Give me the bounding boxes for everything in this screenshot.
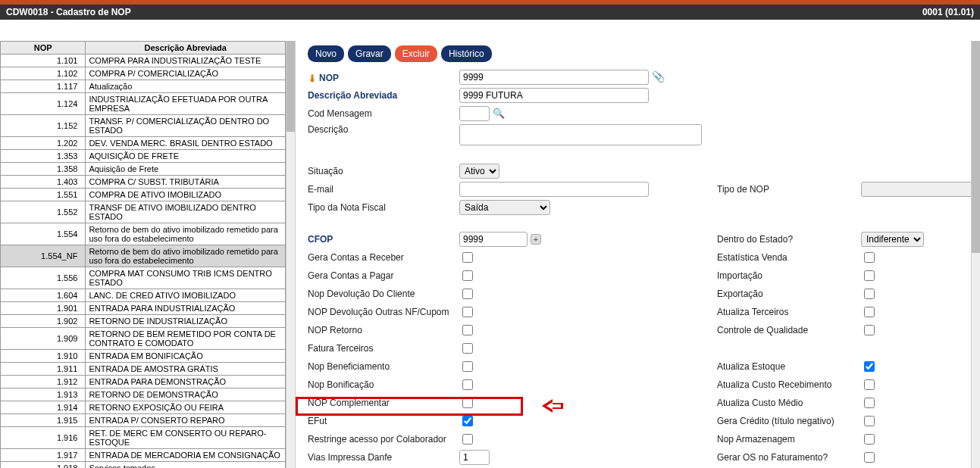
email-input[interactable] xyxy=(459,182,649,197)
gerar-os-chk[interactable] xyxy=(864,452,875,463)
table-row[interactable]: 1.124INDUSTRIALIZAÇÃO EFETUADA POR OUTRA… xyxy=(1,93,286,115)
lbl-cfop: CFOP xyxy=(308,234,459,245)
col-desc[interactable]: Descrição Abreviada xyxy=(86,42,286,55)
table-row[interactable]: 1.202DEV. VENDA MERC. BRASIL DENTRO ESTA… xyxy=(1,137,286,150)
cell-code: 1.101 xyxy=(1,55,86,67)
table-row[interactable]: 1.101COMPRA PARA INDUSTRIALIZAÇÃO TESTE xyxy=(1,55,286,67)
cell-desc: COMPRA PARA INDUSTRIALIZAÇÃO TESTE xyxy=(86,55,286,67)
cell-code: 1.124 xyxy=(1,93,86,115)
lbl-estat: Estatística Venda xyxy=(717,252,861,263)
at-creceb-chk[interactable] xyxy=(864,379,875,390)
right-scrollbar[interactable] xyxy=(971,41,980,468)
dev-cli-chk[interactable] xyxy=(462,289,473,299)
gera-cp-chk[interactable] xyxy=(462,270,473,281)
table-row[interactable]: 1.915ENTRADA P/ CONSERTO REPARO xyxy=(1,414,286,427)
table-row[interactable]: 1.918Servicos tomados xyxy=(1,462,286,469)
table-row[interactable]: 1.913RETORNO DE DEMONSTRAÇÃO xyxy=(1,388,286,401)
cell-code: 1.152 xyxy=(1,115,86,137)
import-chk[interactable] xyxy=(864,270,875,281)
table-row[interactable]: 1.551COMPRA DE ATIVO IMOBILIZADO xyxy=(1,189,286,201)
lbl-restr: Restringe acesso por Colaborador xyxy=(308,434,459,445)
table-row[interactable]: 1.152TRANSF. P/ COMERCIALIZAÇÃO DENTRO D… xyxy=(1,115,286,137)
situacao-select[interactable]: Ativo xyxy=(459,164,499,179)
dentro-select[interactable]: Indiferente xyxy=(861,232,924,247)
restr-chk[interactable] xyxy=(462,434,473,445)
at-terc-chk[interactable] xyxy=(864,307,875,317)
table-row[interactable]: 1.353AQUISIÇÃO DE FRETE xyxy=(1,150,286,163)
retorno-chk[interactable] xyxy=(462,325,473,335)
table-row[interactable]: 1.911ENTRADA DE AMOSTRA GRÁTIS xyxy=(1,363,286,376)
benef-chk[interactable] xyxy=(462,361,473,372)
cq-chk[interactable] xyxy=(864,325,875,335)
table-row[interactable]: 1.556COMPRA MAT CONSUMO TRIB ICMS DENTRO… xyxy=(1,267,286,289)
armaz-chk[interactable] xyxy=(864,434,875,445)
cell-desc: TRANSF DE ATIVO IMOBILIZADO DENTRO ESTAD… xyxy=(86,201,286,223)
estat-chk[interactable] xyxy=(864,252,875,263)
table-row[interactable]: 1.554Retorno de bem do ativo imobilizado… xyxy=(1,223,286,245)
table-row[interactable]: 1.902RETORNO DE INDUSTRIALIZAÇÃO xyxy=(1,315,286,328)
descricao-input[interactable] xyxy=(459,124,702,145)
excluir-button[interactable]: Excluir xyxy=(395,45,437,62)
table-row[interactable]: 1.552TRANSF DE ATIVO IMOBILIZADO DENTRO … xyxy=(1,201,286,223)
table-row[interactable]: 1.910ENTRADA EM BONIFICAÇÃO xyxy=(1,350,286,363)
cell-code: 1.914 xyxy=(1,401,86,414)
table-row[interactable]: 1.917ENTRADA DE MERCADORIA EM CONSIGNAÇÃ… xyxy=(1,449,286,462)
at-est-chk[interactable] xyxy=(864,361,875,372)
table-row[interactable]: 1.604LANC. DE CRED ATIVO IMOBILIZADO xyxy=(1,289,286,302)
table-row[interactable]: 1.914RETORNO EXPOSIÇÃO OU FEIRA xyxy=(1,401,286,414)
gera-cr-chk[interactable] xyxy=(462,252,473,263)
lbl-codmsg: Cod Mensagem xyxy=(308,108,459,119)
cell-desc: COMPRA MAT CONSUMO TRIB ICMS DENTRO ESTA… xyxy=(86,267,286,289)
cell-code: 1.554 xyxy=(1,223,86,245)
cfop-add-button[interactable]: + xyxy=(531,234,541,245)
lbl-fat-terc: Fatura Terceiros xyxy=(308,343,459,354)
tipo-nop-select[interactable] xyxy=(861,182,980,197)
cell-code: 1.358 xyxy=(1,163,86,176)
historico-button[interactable]: Histórico xyxy=(441,45,492,62)
lbl-at-terc: Atualiza Terceiros xyxy=(717,307,861,317)
col-nop[interactable]: NOP xyxy=(1,42,86,55)
table-row[interactable]: 1.102COMPRA P/ COMERCIALIZAÇÃO xyxy=(1,67,286,80)
cell-code: 1.556 xyxy=(1,267,86,289)
descabrev-input[interactable] xyxy=(459,88,649,103)
gera-cred-chk[interactable] xyxy=(864,416,875,426)
nop-input[interactable] xyxy=(459,70,649,85)
dev-out-chk[interactable] xyxy=(462,307,473,317)
clip-icon[interactable]: 📎 xyxy=(652,70,665,83)
search-icon[interactable]: 🔍 xyxy=(493,108,505,119)
at-cmed-chk[interactable] xyxy=(864,398,875,408)
cell-desc: Retorno de bem do ativo imobilizado reme… xyxy=(86,223,286,245)
lbl-dentro: Dentro do Estado? xyxy=(717,234,861,245)
cell-desc: TRANSF. P/ COMERCIALIZAÇÃO DENTRO DO EST… xyxy=(86,115,286,137)
fat-terc-chk[interactable] xyxy=(462,343,473,354)
tipo-nf-select[interactable]: Saída xyxy=(459,200,550,215)
novo-button[interactable]: Novo xyxy=(308,45,344,62)
nop-table[interactable]: NOP Descrição Abreviada 1.101COMPRA PARA… xyxy=(0,41,286,468)
table-row[interactable]: 1.117Atualização xyxy=(1,80,286,93)
bonif-chk[interactable] xyxy=(462,379,473,390)
lbl-export: Exportação xyxy=(717,289,861,299)
table-row[interactable]: 1.912ENTRADA PARA DEMONSTRAÇÃO xyxy=(1,376,286,388)
table-row[interactable]: 1.916RET. DE MERC EM CONSERTO OU REPARO-… xyxy=(1,427,286,449)
table-row[interactable]: 1.358Aquisição de Frete xyxy=(1,163,286,176)
lbl-descricao: Descrição xyxy=(308,124,459,135)
table-row[interactable]: 1.901ENTRADA PARA INDUSTRIALIZAÇÃO xyxy=(1,302,286,315)
vias-input[interactable] xyxy=(459,450,490,465)
lbl-gerar-os: Gerar OS no Faturamento? xyxy=(717,452,861,463)
codmsg-input[interactable] xyxy=(459,106,490,121)
gravar-button[interactable]: Gravar xyxy=(348,45,391,62)
table-row[interactable]: 1.554_NFRetorno de bem do ativo imobiliz… xyxy=(1,245,286,267)
cell-code: 1.604 xyxy=(1,289,86,302)
left-scrollbar[interactable] xyxy=(286,41,295,468)
efut-chk[interactable] xyxy=(462,416,473,426)
table-row[interactable]: 1.909RETORNO DE BEM REMETIDO POR CONTA D… xyxy=(1,328,286,350)
lbl-dev-out: NOP Devolução Outras NF/Cupom xyxy=(308,307,459,317)
cell-code: 1.102 xyxy=(1,67,86,80)
cell-code: 1.901 xyxy=(1,302,86,315)
compl-chk[interactable] xyxy=(462,398,473,408)
lbl-descabrev: Descrição Abreviada xyxy=(308,90,459,101)
cfop-input[interactable] xyxy=(459,232,528,247)
export-chk[interactable] xyxy=(864,289,875,299)
window-title: CDW0018 - Cadastro de NOP xyxy=(6,7,131,17)
table-row[interactable]: 1.403COMPRA C/ SUBST. TRIBUTÁRIA xyxy=(1,176,286,189)
